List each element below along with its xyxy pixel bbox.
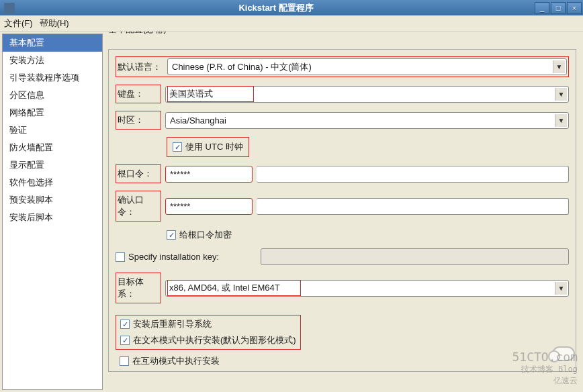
installkey-input xyxy=(261,248,569,265)
reboot-label: 安装后重新引导系统 xyxy=(133,318,212,330)
textmode-checkbox[interactable]: ✓ 在文本模式中执行安装(默认为图形化模式) xyxy=(120,334,296,346)
close-button[interactable]: × xyxy=(567,2,582,14)
main-content: 基本配置 安装方法 引导装载程序选项 分区信息 网络配置 验证 防火墙配置 显示… xyxy=(0,32,583,392)
rootpw-value: ****** xyxy=(170,169,190,179)
utc-checkbox[interactable]: ✓ 使用 UTC 时钟 xyxy=(167,137,249,157)
encrypt-checkbox[interactable]: ✓ 给根口令加密 xyxy=(167,229,232,241)
sidebar-item-basic[interactable]: 基本配置 xyxy=(3,34,102,52)
checkbox-icon: ✓ xyxy=(173,142,182,152)
interactive-label: 在互动模式中执行安装 xyxy=(132,355,220,367)
sidebar-item-pre-script[interactable]: 预安装脚本 xyxy=(3,191,102,209)
lang-value: Chinese (P.R. of China) - 中文(简体) xyxy=(172,61,312,73)
window-titlebar: Kickstart 配置程序 _ □ × xyxy=(0,0,583,15)
chevron-down-icon: ▼ xyxy=(555,282,567,295)
keyboard-value: 美国英语式 xyxy=(167,86,254,102)
window-title: Kickstart 配置程序 xyxy=(17,2,535,14)
sidebar-item-packages[interactable]: 软件包选择 xyxy=(3,174,102,191)
chevron-down-icon: ▼ xyxy=(553,60,565,73)
sidebar-item-post-script[interactable]: 安装后脚本 xyxy=(3,209,102,226)
group-title: 基本配置(必需) xyxy=(105,32,169,36)
keyboard-label: 键盘： xyxy=(116,85,161,103)
minimize-button[interactable]: _ xyxy=(535,2,549,14)
rootpw-label: 根口令： xyxy=(116,164,161,183)
interactive-checkbox[interactable]: 在互动模式中执行安装 xyxy=(120,355,569,367)
confirmpw-value: ****** xyxy=(170,201,190,211)
app-icon xyxy=(4,3,15,13)
sidebar-item-firewall[interactable]: 防火墙配置 xyxy=(3,139,102,156)
installkey-checkbox[interactable]: Specify installation key: xyxy=(116,252,257,262)
confirmpw-input-ext[interactable] xyxy=(257,198,569,215)
window-controls: _ □ × xyxy=(535,2,582,14)
maximize-button[interactable]: □ xyxy=(551,2,566,14)
form-panel: 基本配置(必需) 默认语言： Chinese (P.R. of China) -… xyxy=(103,32,583,392)
arch-value: x86, AMD64, 或 Intel EM64T xyxy=(167,280,301,296)
confirmpw-input[interactable]: ****** xyxy=(165,198,253,215)
checkbox-icon xyxy=(120,356,129,366)
menu-file[interactable]: 文件(F) xyxy=(4,17,33,30)
installkey-label: Specify installation key: xyxy=(128,252,219,262)
chevron-down-icon: ▼ xyxy=(555,114,567,127)
sidebar-item-partition[interactable]: 分区信息 xyxy=(3,87,102,104)
lang-combo[interactable]: Chinese (P.R. of China) - 中文(简体) ▼ xyxy=(167,58,567,75)
rootpw-input[interactable]: ****** xyxy=(165,166,253,183)
cloud-icon xyxy=(552,346,575,361)
chevron-down-icon: ▼ xyxy=(555,88,567,101)
keyboard-combo[interactable]: 美国英语式 ▼ xyxy=(165,86,569,103)
sidebar-item-install-method[interactable]: 安装方法 xyxy=(3,52,102,69)
sidebar-item-display[interactable]: 显示配置 xyxy=(3,156,102,174)
encrypt-label: 给根口令加密 xyxy=(179,229,232,241)
menu-bar: 文件(F) 帮助(H) xyxy=(0,15,583,32)
confirmpw-label: 确认口令： xyxy=(116,191,161,222)
menu-help[interactable]: 帮助(H) xyxy=(40,17,69,30)
arch-label: 目标体系： xyxy=(116,273,161,303)
textmode-label: 在文本模式中执行安装(默认为图形化模式) xyxy=(133,334,296,346)
sidebar: 基本配置 安装方法 引导装载程序选项 分区信息 网络配置 验证 防火墙配置 显示… xyxy=(2,34,103,390)
tz-label: 时区： xyxy=(116,111,161,130)
checkbox-icon: ✓ xyxy=(120,336,130,345)
tz-combo[interactable]: Asia/Shanghai ▼ xyxy=(165,112,569,129)
rootpw-input-ext[interactable] xyxy=(257,166,569,183)
arch-combo[interactable]: x86, AMD64, 或 Intel EM64T ▼ xyxy=(165,280,569,297)
lang-label: 默认语言： xyxy=(118,61,163,73)
tz-value: Asia/Shanghai xyxy=(170,115,226,126)
checkbox-icon xyxy=(116,252,125,262)
sidebar-item-bootloader[interactable]: 引导装载程序选项 xyxy=(3,69,102,87)
basic-config-group: 默认语言： Chinese (P.R. of China) - 中文(简体) ▼… xyxy=(108,49,576,372)
sidebar-item-auth[interactable]: 验证 xyxy=(3,121,102,139)
checkbox-icon: ✓ xyxy=(167,230,176,240)
checkbox-icon: ✓ xyxy=(120,320,130,329)
sidebar-item-network[interactable]: 网络配置 xyxy=(3,104,102,121)
reboot-checkbox[interactable]: ✓ 安装后重新引导系统 xyxy=(120,318,296,330)
utc-label: 使用 UTC 时钟 xyxy=(185,141,243,153)
